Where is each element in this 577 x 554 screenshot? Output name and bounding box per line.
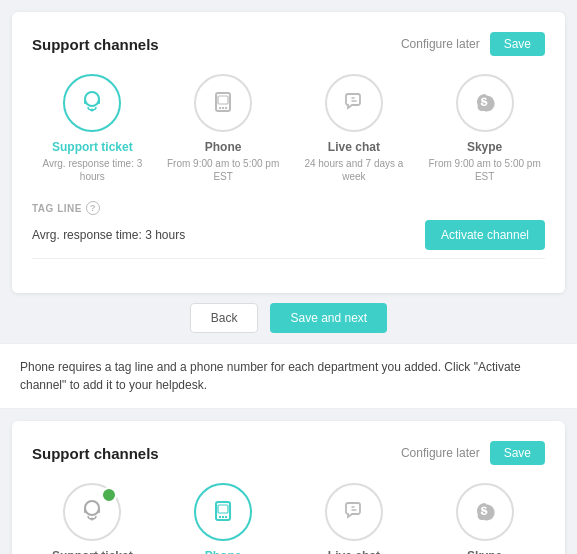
bottom-channel-icon-phone [194,483,252,541]
bottom-configure-later-link[interactable]: Configure later [401,446,480,460]
svg-rect-11 [219,516,221,518]
bottom-channel-phone[interactable]: Phone From 9:00 am to 5:00 pm EST [163,483,284,554]
tag-line-row: Avrg. response time: 3 hours Activate ch… [32,220,545,259]
channel-desc-phone: From 9:00 am to 5:00 pm EST [163,157,284,183]
bottom-header-actions: Configure later Save [401,441,545,465]
svg-rect-6 [225,107,227,109]
svg-point-0 [85,92,99,106]
channel-name-chat: Live chat [328,140,380,154]
bottom-channel-support[interactable]: Support ticket Avrg. response time: 3 ho… [32,483,153,554]
tag-line-label: TAG LINE ? [32,201,545,215]
bottom-channel-name-support: Support ticket [52,549,133,554]
svg-rect-5 [222,107,224,109]
channel-desc-support: Avrg. response time: 3 hours [32,157,153,183]
channels-row: Support ticket Avrg. response time: 3 ho… [32,74,545,183]
save-next-button[interactable]: Save and next [270,303,387,333]
bottom-channel-chat[interactable]: Live chat 24 hours and 7 days a week [294,483,415,554]
channel-icon-wrap-support [63,74,121,132]
bottom-phone-icon [207,495,239,530]
phone-icon [207,86,239,121]
bottom-chat-icon [338,495,370,530]
bottom-buttons-row: Back Save and next [0,293,577,343]
channel-desc-skype: From 9:00 am to 5:00 pm EST [424,157,545,183]
bottom-channel-icon-support [63,483,121,541]
tag-line-info-icon[interactable]: ? [86,201,100,215]
svg-point-1 [91,108,94,111]
bottom-channel-icon-skype [456,483,514,541]
bottom-channel-name-phone: Phone [205,549,242,554]
tag-line-section: TAG LINE ? Avrg. response time: 3 hours … [32,201,545,259]
bottom-card-header: Support channels Configure later Save [32,441,545,465]
svg-rect-10 [218,505,228,513]
channel-icon-wrap-skype [456,74,514,132]
back-button[interactable]: Back [190,303,259,333]
save-button[interactable]: Save [490,32,545,56]
bottom-skype-icon [469,495,501,530]
svg-rect-3 [218,96,228,104]
bottom-card: Support channels Configure later Save [12,421,565,554]
skype-icon [469,86,501,121]
configure-later-link[interactable]: Configure later [401,37,480,51]
channel-icon-wrap-phone [194,74,252,132]
channel-phone[interactable]: Phone From 9:00 am to 5:00 pm EST [163,74,284,183]
svg-rect-4 [219,107,221,109]
channel-name-skype: Skype [467,140,502,154]
svg-rect-13 [225,516,227,518]
bottom-card-title: Support channels [32,445,159,462]
channel-desc-chat: 24 hours and 7 days a week [294,157,415,183]
channel-name-phone: Phone [205,140,242,154]
bottom-channel-name-chat: Live chat [328,549,380,554]
channel-name-support: Support ticket [52,140,133,154]
tag-line-value: Avrg. response time: 3 hours [32,224,415,246]
channel-support-ticket[interactable]: Support ticket Avrg. response time: 3 ho… [32,74,153,183]
svg-point-8 [91,517,94,520]
headset-icon [76,86,108,121]
bottom-channel-skype[interactable]: Skype From 9:00 am to 5:00 pm EST [424,483,545,554]
bottom-headset-icon [76,495,108,530]
bottom-channels-row: Support ticket Avrg. response time: 3 ho… [32,483,545,554]
channel-skype[interactable]: Skype From 9:00 am to 5:00 pm EST [424,74,545,183]
bottom-channel-icon-chat [325,483,383,541]
bottom-channel-name-skype: Skype [467,549,502,554]
info-banner: Phone requires a tag line and a phone nu… [0,343,577,409]
activate-channel-button-top[interactable]: Activate channel [425,220,545,250]
channel-livechat[interactable]: Live chat 24 hours and 7 days a week [294,74,415,183]
top-card-title: Support channels [32,36,159,53]
chat-icon [338,86,370,121]
svg-point-7 [85,501,99,515]
channel-icon-wrap-chat [325,74,383,132]
bottom-save-button[interactable]: Save [490,441,545,465]
svg-rect-12 [222,516,224,518]
